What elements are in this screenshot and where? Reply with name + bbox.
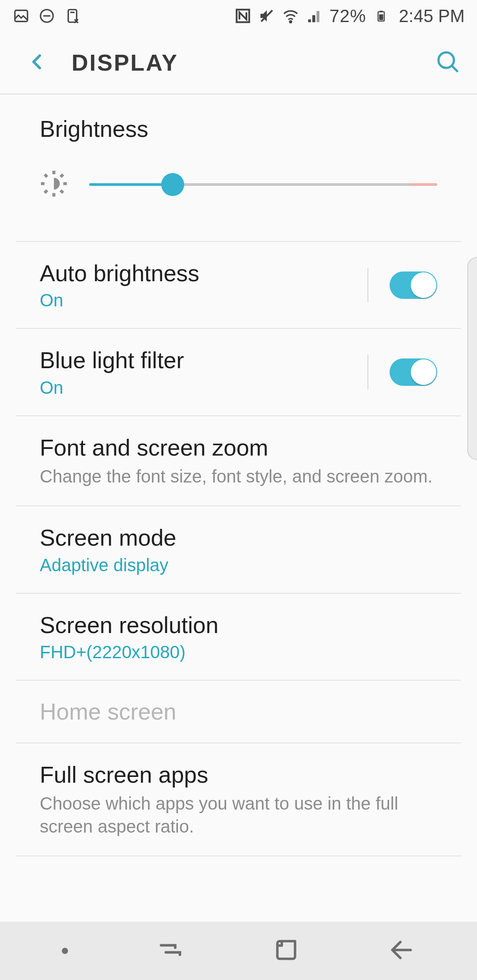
divider — [367, 355, 368, 389]
battery-percent: 72% — [329, 6, 366, 26]
auto-brightness-row[interactable]: Auto brightness On — [16, 242, 461, 329]
svg-line-20 — [45, 174, 47, 177]
status-right-icons: 72% 2:45 PM — [234, 6, 465, 26]
screen-mode-row[interactable]: Screen mode Adaptive display — [16, 506, 461, 593]
search-icon[interactable] — [435, 49, 461, 77]
auto-brightness-state: On — [40, 290, 357, 310]
svg-point-9 — [290, 21, 292, 23]
full-screen-apps-sub: Choose which apps you want to use in the… — [40, 792, 437, 838]
back-nav-icon[interactable] — [388, 936, 415, 965]
status-left-icons — [12, 7, 81, 25]
blue-light-row[interactable]: Blue light filter On — [16, 329, 461, 416]
svg-line-23 — [61, 174, 63, 177]
brightness-title: Brightness — [40, 116, 437, 142]
recents-icon[interactable] — [156, 936, 185, 966]
nav-dot-icon — [62, 948, 68, 954]
do-not-disturb-icon — [38, 7, 56, 25]
sim-error-icon — [64, 7, 81, 25]
slider-thumb[interactable] — [161, 173, 184, 196]
screen-mode-title: Screen mode — [40, 524, 437, 551]
svg-line-21 — [61, 190, 63, 193]
font-zoom-title: Font and screen zoom — [40, 434, 437, 461]
home-screen-row[interactable]: Home screen — [16, 681, 461, 743]
battery-icon — [372, 7, 390, 25]
svg-point-13 — [439, 53, 454, 68]
font-zoom-row[interactable]: Font and screen zoom Change the font siz… — [16, 416, 461, 506]
clock-time: 2:45 PM — [399, 6, 465, 26]
status-bar: 72% 2:45 PM — [0, 0, 477, 32]
home-icon[interactable] — [273, 937, 299, 965]
auto-brightness-toggle[interactable] — [390, 271, 437, 299]
slider-fill — [89, 183, 173, 186]
content-scroll[interactable]: Brightness Auto brightness On Blue light… — [0, 94, 477, 856]
page-title: DISPLAY — [72, 49, 178, 76]
app-bar: DISPLAY — [0, 32, 477, 94]
scroll-handle[interactable] — [467, 257, 477, 460]
full-screen-apps-row[interactable]: Full screen apps Choose which apps you w… — [16, 743, 461, 856]
home-screen-title: Home screen — [40, 698, 437, 725]
navigation-bar — [0, 922, 477, 980]
screen-resolution-row[interactable]: Screen resolution FHD+(980x477) — [16, 594, 461, 681]
screen-resolution-title: Screen resolution — [40, 611, 437, 639]
mute-icon — [258, 7, 276, 25]
brightness-sun-icon — [40, 170, 68, 200]
wifi-icon — [282, 7, 299, 25]
brightness-section: Brightness — [16, 94, 461, 242]
svg-rect-11 — [380, 11, 383, 12]
nfc-icon — [234, 7, 252, 25]
blue-light-state: On — [40, 378, 357, 398]
brightness-slider[interactable] — [89, 183, 437, 186]
font-zoom-sub: Change the font size, font style, and sc… — [40, 465, 437, 488]
svg-line-14 — [452, 66, 458, 72]
svg-line-22 — [45, 190, 47, 193]
blue-light-title: Blue light filter — [40, 347, 357, 374]
full-screen-apps-title: Full screen apps — [40, 761, 437, 788]
auto-brightness-title: Auto brightness — [40, 260, 357, 287]
screen-mode-value: Adaptive display — [40, 555, 437, 575]
signal-icon — [306, 7, 323, 25]
image-icon — [12, 7, 30, 25]
divider — [367, 268, 368, 302]
slider-warm-zone — [409, 183, 437, 186]
svg-rect-12 — [379, 15, 383, 20]
screen-resolution-value: FHD+(980x477) — [40, 642, 437, 662]
back-icon[interactable] — [26, 51, 48, 74]
blue-light-toggle[interactable] — [390, 358, 437, 386]
